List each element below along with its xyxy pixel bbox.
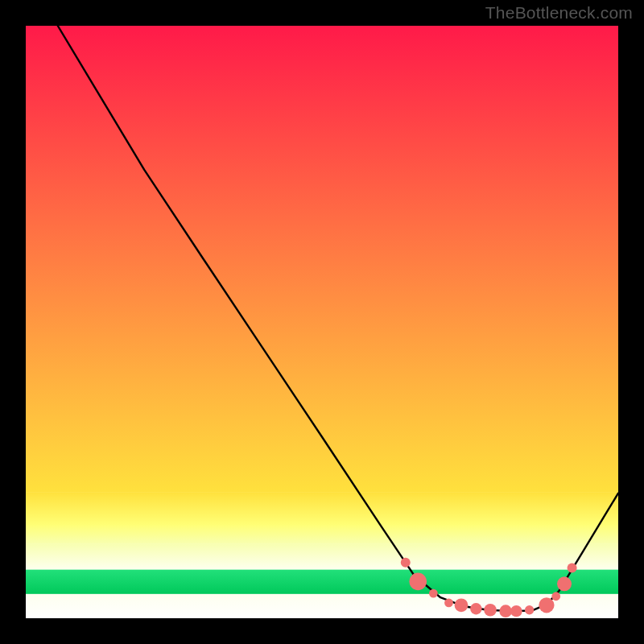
highlight-dots xyxy=(525,605,534,614)
highlight-dots xyxy=(429,589,438,598)
bottleneck-curve xyxy=(58,26,618,611)
highlight-dots xyxy=(539,597,554,613)
highlight-dots xyxy=(551,592,560,601)
highlight-dots xyxy=(484,604,497,617)
highlight-dots xyxy=(470,603,481,614)
highlight-dots xyxy=(499,605,512,617)
stage: TheBottleneck.com xyxy=(0,0,644,644)
highlight-dots xyxy=(444,598,453,607)
highlight-dots xyxy=(510,605,522,617)
bottleneck-curve-chart xyxy=(26,26,618,618)
highlight-dots xyxy=(409,573,427,591)
watermark-text: TheBottleneck.com xyxy=(485,3,633,23)
highlight-dots xyxy=(455,598,469,612)
plot-frame xyxy=(26,26,618,618)
highlight-dots xyxy=(568,563,577,572)
highlight-dots xyxy=(401,558,411,568)
highlight-dots xyxy=(557,576,572,591)
